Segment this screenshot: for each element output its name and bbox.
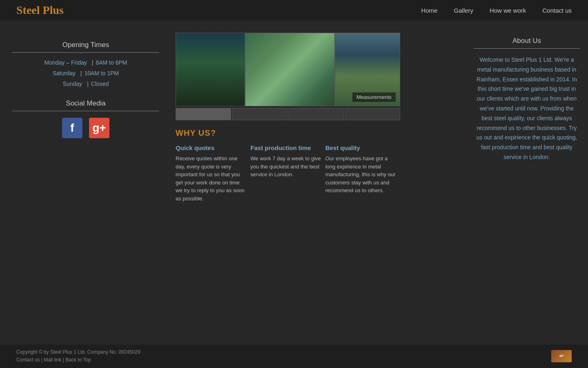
opening-row-saturday: Saturday | 10AM to 1PM [12, 70, 159, 76]
main-wrapper: Opening Times Monday – Friday | 8AM to 6… [0, 20, 588, 215]
social-media-section: Social Media f g+ [12, 99, 159, 138]
footer-logo-small: SP [551, 350, 572, 362]
hero-panel-1 [176, 33, 245, 106]
opening-times-title: Opening Times [12, 41, 159, 49]
footer-contact-link[interactable]: Contact us [16, 357, 40, 363]
nav-how-we-work[interactable]: How we work [490, 7, 526, 14]
site-header: Steel Plus Home Gallery How we work Cont… [0, 0, 588, 20]
saturday-divider: | [80, 70, 82, 76]
main-nav: Home Gallery How we work Contact us [421, 7, 572, 14]
footer-back-to-top[interactable]: Back to Top [65, 357, 91, 363]
why-col-best-quality: Best quality Our employees have got a lo… [325, 144, 400, 202]
about-us-text: Welcome to Steel Plus 1 Ltd. We're a met… [474, 55, 580, 162]
weekday-label: Monday – Friday [45, 59, 87, 66]
sunday-time: Closed [91, 81, 109, 87]
weekday-divider: | [92, 59, 94, 66]
why-col-fast-production: Fast production time We work 7 day a wee… [250, 144, 325, 202]
left-sidebar: Opening Times Monday – Friday | 8AM to 6… [0, 33, 172, 202]
site-logo: Steel Plus [16, 4, 64, 17]
about-us-divider [474, 48, 580, 49]
about-us-title: About Us [474, 37, 580, 45]
why-col-quick-quotes: Quick quotes Receive quotes within one d… [176, 144, 250, 202]
best-quality-text: Our employees have got a long expirience… [325, 155, 396, 195]
facebook-icon[interactable]: f [62, 118, 82, 138]
thumbnail-4[interactable] [345, 108, 400, 120]
sunday-label: Sunday [63, 81, 82, 87]
right-sidebar: About Us Welcome to Steel Plus 1 Ltd. We… [466, 33, 588, 202]
footer-links: Contact us | Mail link | Back to Top [16, 356, 140, 364]
why-us-columns: Quick quotes Receive quotes within one d… [176, 144, 400, 202]
googleplus-icon[interactable]: g+ [89, 118, 109, 138]
social-media-title: Social Media [12, 99, 159, 108]
why-us-title: Why Us? [176, 128, 400, 138]
thumbnail-2[interactable] [232, 108, 287, 120]
hero-panel-2 [245, 33, 335, 106]
footer-copyright: Copyright © by Steel Plus 1 Ltd. Company… [16, 348, 140, 356]
footer-brand-text: SP [559, 354, 564, 358]
footer-mail-link[interactable]: Mail link [44, 357, 61, 363]
thumbnail-3[interactable] [288, 108, 344, 120]
why-us-section: Why Us? Quick quotes Receive quotes with… [176, 128, 400, 202]
fast-production-heading: Fast production time [250, 144, 321, 151]
social-icons-container: f g+ [12, 118, 159, 138]
opening-row-weekday: Monday – Friday | 8AM to 6PM [12, 59, 159, 66]
weekday-time: 8AM to 6PM [96, 59, 127, 66]
saturday-label: Saturday [53, 70, 76, 76]
quick-quotes-heading: Quick quotes [176, 144, 246, 151]
opening-row-sunday: Sunday | Closed [12, 81, 159, 87]
site-footer: Copyright © by Steel Plus 1 Ltd. Company… [0, 344, 588, 368]
social-media-divider [12, 111, 159, 111]
hero-panel-3: Measurements [335, 33, 400, 106]
opening-times-divider [12, 52, 159, 53]
hero-image: Measurements [176, 33, 400, 106]
thumbnail-1[interactable] [176, 108, 231, 120]
hero-thumbnails [176, 108, 400, 120]
footer-left: Copyright © by Steel Plus 1 Ltd. Company… [16, 348, 140, 364]
nav-gallery[interactable]: Gallery [454, 7, 474, 14]
best-quality-heading: Best quality [325, 144, 396, 151]
nav-contact-us[interactable]: Contact us [542, 7, 572, 14]
sunday-divider: | [87, 81, 89, 87]
center-content: Measurements Why Us? Quick quotes Receiv… [172, 33, 466, 202]
measurements-label: Measurements [352, 92, 396, 102]
quick-quotes-text: Receive quotes within one day, every quo… [176, 155, 246, 202]
saturday-time: 10AM to 1PM [84, 70, 119, 76]
fast-production-text: We work 7 day a week to give you the qui… [250, 155, 321, 179]
nav-home[interactable]: Home [421, 7, 438, 14]
